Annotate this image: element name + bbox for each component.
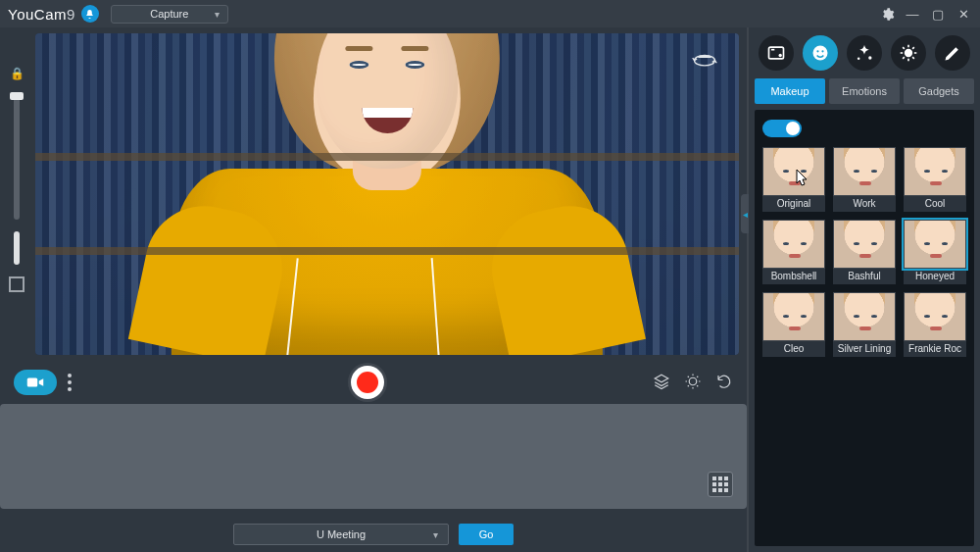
zoom-secondary-slider[interactable] — [14, 231, 20, 265]
svg-point-6 — [817, 50, 819, 52]
zoom-slider-column: 🔒 — [0, 27, 33, 361]
notification-bell-icon[interactable] — [81, 5, 99, 23]
grid-view-icon[interactable] — [708, 472, 733, 497]
category-face[interactable] — [803, 35, 838, 71]
title-bar: YouCam9 Capture — ▢ ✕ — [0, 0, 980, 27]
svg-point-4 — [779, 54, 782, 57]
video-preview — [35, 33, 739, 355]
brightness-icon[interactable] — [684, 373, 702, 393]
zoom-slider[interactable] — [14, 92, 20, 220]
category-filters[interactable] — [891, 35, 926, 71]
window-maximize-icon[interactable]: ▢ — [929, 7, 947, 22]
effect-tabs: Makeup Emotions Gadgets — [755, 78, 974, 104]
category-frames[interactable] — [759, 35, 794, 71]
window-close-icon[interactable]: ✕ — [955, 7, 972, 22]
capture-bar — [0, 361, 747, 404]
preset-silver-lining[interactable]: Silver Lining — [833, 292, 896, 357]
video-call-app-dropdown[interactable]: U Meeting — [233, 524, 449, 545]
svg-point-7 — [822, 50, 824, 52]
tab-makeup[interactable]: Makeup — [755, 78, 825, 104]
svg-point-2 — [689, 377, 697, 385]
preset-original[interactable]: Original — [762, 147, 825, 212]
zoom-lock-icon[interactable]: 🔒 — [10, 67, 24, 80]
mode-dropdown-label: Capture — [150, 8, 188, 20]
go-button[interactable]: Go — [459, 524, 514, 545]
effect-toggle[interactable] — [762, 120, 802, 137]
preset-cool[interactable]: Cool — [904, 147, 966, 212]
window-minimize-icon[interactable]: — — [904, 7, 921, 22]
svg-point-8 — [868, 56, 871, 59]
preset-bashful[interactable]: Bashful — [833, 220, 896, 284]
flip-camera-icon[interactable] — [688, 47, 721, 69]
svg-rect-1 — [27, 378, 38, 387]
undo-icon[interactable] — [715, 373, 733, 393]
effects-panel: ◂ Makeup Emotions Gadgets Original Work … — [747, 27, 980, 552]
svg-point-5 — [813, 46, 828, 61]
record-button[interactable] — [351, 366, 384, 399]
svg-rect-3 — [769, 47, 784, 59]
category-particles[interactable] — [847, 35, 882, 71]
tab-gadgets[interactable]: Gadgets — [904, 78, 974, 104]
mode-dropdown[interactable]: Capture — [111, 5, 228, 24]
layers-icon[interactable] — [653, 373, 670, 393]
svg-point-0 — [695, 55, 715, 66]
svg-point-9 — [858, 58, 860, 61]
more-options-icon[interactable] — [63, 374, 76, 391]
camera-mode-toggle[interactable] — [14, 370, 57, 395]
preset-honeyed[interactable]: Honeyed — [904, 220, 966, 284]
zoom-reset-icon[interactable] — [9, 276, 24, 292]
panel-collapse-handle[interactable]: ◂ — [741, 194, 749, 233]
zoom-slider-thumb[interactable] — [10, 92, 24, 100]
thumbnail-strip — [0, 404, 747, 509]
launch-bar: U Meeting Go — [0, 517, 747, 552]
preset-grid: Original Work Cool Bombshell Bashful Hon… — [762, 147, 966, 357]
preset-cleo[interactable]: Cleo — [762, 292, 825, 357]
preset-frankie-roc[interactable]: Frankie Roc — [904, 292, 966, 357]
tab-emotions[interactable]: Emotions — [829, 78, 900, 104]
category-draw[interactable] — [935, 35, 970, 71]
preset-work[interactable]: Work — [833, 147, 896, 212]
video-call-app-label: U Meeting — [317, 528, 366, 540]
settings-gear-icon[interactable] — [878, 6, 896, 22]
app-title: YouCam9 — [8, 6, 75, 23]
effect-category-row — [749, 27, 980, 78]
svg-point-10 — [905, 49, 912, 57]
preset-bombshell[interactable]: Bombshell — [762, 220, 825, 284]
